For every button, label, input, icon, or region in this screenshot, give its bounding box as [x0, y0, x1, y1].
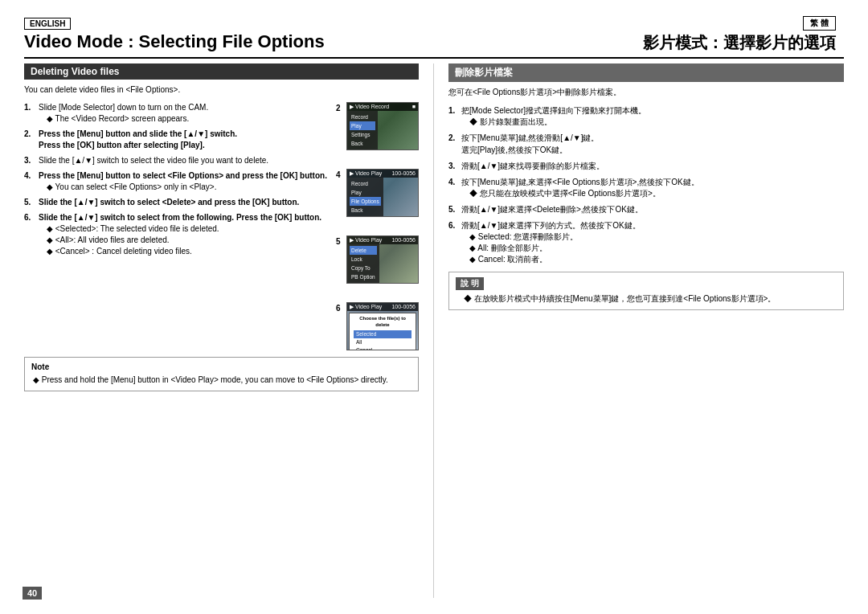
step-6: 6. Slide the [▲/▼] switch to select from…: [24, 212, 328, 257]
page-title-left: Video Mode : Selecting File Options: [24, 31, 430, 52]
page-number: 40: [23, 587, 42, 600]
chinese-badge: 繁 體: [803, 16, 836, 31]
r-step-5: 5. 滑動[▲/▼]鍵來選擇<Delete刪除>,然後按下OK鍵。: [448, 203, 844, 215]
camera-screen-2: ▶ Video Record■ Record Play Settings Bac…: [346, 102, 419, 150]
r-step-1: 1. 把[Mode Selector]撥式選擇鈕向下撥動來打開本機。 影片錄製畫…: [448, 104, 844, 128]
screen-num-4: 4: [336, 170, 344, 179]
r-step-2: 2. 按下[Menu菜單]鍵,然後滑動[▲/▼]鍵。 選完[Play]後,然後按…: [448, 132, 844, 156]
section-header-left: Deleting Video files: [24, 63, 419, 80]
note-right: 說 明 在放映影片模式中持續按住[Menu菜單]鍵，您也可直接到達<File O…: [448, 272, 844, 310]
screen-num-2: 2: [336, 104, 344, 113]
step-4: 4. Press the [Menu] button to select <Fi…: [24, 170, 328, 193]
note-right-text: 在放映影片模式中持續按住[Menu菜單]鍵，您也可直接到達<File Optio…: [464, 293, 837, 305]
intro-text-right: 您可在<File Options影片選項>中刪除影片檔案。: [448, 87, 844, 98]
english-badge: ENGLISH: [24, 18, 71, 30]
camera-screen-6: ▶ Video Play100-0056 Choose the file(s) …: [346, 302, 419, 350]
intro-text-left: You can delete video files in <File Opti…: [24, 84, 419, 96]
main-divider: [24, 57, 844, 59]
step-1: 1. Slide [Mode Selector] down to turn on…: [24, 102, 328, 125]
note-text: Press and hold the [Menu] button in <Vid…: [31, 375, 411, 386]
r-step-6: 6. 滑動[▲/▼]鍵來選擇下列的方式。然後按下OK鍵。 Selected: 您…: [448, 219, 844, 265]
camera-screen-4: ▶ Video Play100-0056 Record Play File Op…: [346, 169, 419, 217]
step-5: 5. Slide the [▲/▼] switch to select <Del…: [24, 197, 328, 208]
note-box: Note Press and hold the [Menu] button in…: [24, 357, 419, 391]
camera-screen-5: ▶ Video Play100-0056 Delete Lock Copy To…: [346, 235, 419, 284]
section-header-right: 刪除影片檔案: [448, 63, 844, 82]
note-label: Note: [31, 362, 411, 371]
r-step-3: 3. 滑動[▲/▼]鍵來找尋要刪除的影片檔案。: [448, 160, 844, 172]
step-3: 3. Slide the [▲/▼] switch to select the …: [24, 155, 328, 166]
screen-num-6: 6: [336, 304, 344, 313]
note-right-label: 說 明: [456, 277, 484, 290]
page-title-right: 影片模式：選擇影片的選項: [643, 32, 836, 54]
step-2: 2. Press the [Menu] button and slide the…: [24, 129, 328, 151]
screen-num-5: 5: [336, 237, 344, 246]
r-step-4: 4. 按下[Menu菜單]鍵,來選擇<File Options影片選項>,然後按…: [448, 176, 844, 199]
